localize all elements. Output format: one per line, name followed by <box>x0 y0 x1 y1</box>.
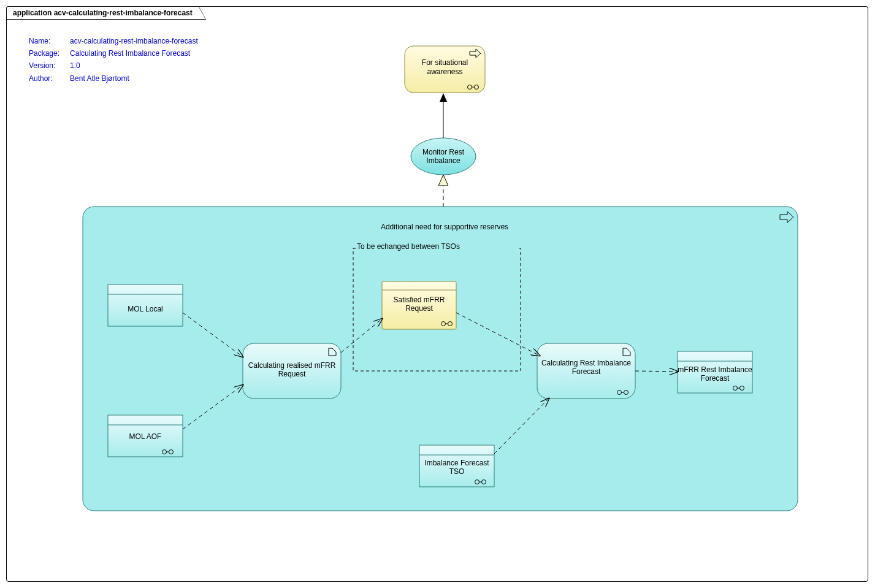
usecase-monitor <box>411 138 476 175</box>
artifact-mol-local <box>108 284 183 326</box>
note-situational <box>405 46 485 93</box>
activity-calc-rest <box>537 343 635 399</box>
diagram-svg <box>0 0 875 588</box>
artifact-mfrr-rest <box>678 351 752 393</box>
artifact-mol-aof <box>108 415 183 457</box>
diagram-canvas: application acv-calculating-rest-imbalan… <box>0 0 875 588</box>
activity-calc-realised <box>243 343 341 399</box>
artifact-imb-tso <box>419 445 494 487</box>
